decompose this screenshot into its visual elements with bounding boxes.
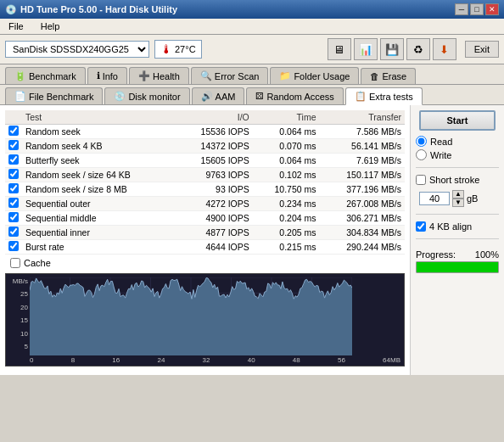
tab-file-benchmark[interactable]: 📄 File Benchmark <box>5 87 103 104</box>
title-bar-controls: ─ □ ✕ <box>455 3 499 15</box>
tabs-row1: 🔋 Benchmark ℹ Info ➕ Health 🔍 Error Scan… <box>0 64 504 85</box>
cell-transfer-7: 304.834 MB/s <box>320 226 406 240</box>
start-button[interactable]: Start <box>419 110 496 131</box>
title-bar: 💿 HD Tune Pro 5.00 - Hard Disk Utility ─… <box>0 0 504 19</box>
tab-disk-monitor[interactable]: 💿 Disk monitor <box>104 87 189 104</box>
cell-transfer-8: 290.244 MB/s <box>320 240 406 255</box>
cell-transfer-3: 150.117 MB/s <box>320 168 406 182</box>
table-row: Random seek / size 64 KB 9763 IOPS 0.102… <box>5 168 405 182</box>
x-label-32: 32 <box>203 356 210 364</box>
progress-section: Progress: 100% <box>416 249 499 273</box>
progress-label-row: Progress: 100% <box>416 249 499 260</box>
y-label-5: 5 <box>25 343 28 350</box>
cell-transfer-0: 7.586 MB/s <box>320 125 406 139</box>
cell-io-5: 4272 IOPS <box>176 197 253 211</box>
close-button[interactable]: ✕ <box>485 3 499 15</box>
spin-down-button[interactable]: ▼ <box>452 199 464 207</box>
cell-test-4: Random seek / size 8 MB <box>22 182 176 197</box>
tab-info[interactable]: ℹ Info <box>87 67 127 84</box>
window-title: HD Tune Pro 5.00 - Hard Disk Utility <box>20 4 177 14</box>
tab-folder-usage[interactable]: 📁 Folder Usage <box>270 67 359 84</box>
write-radio[interactable] <box>416 149 427 160</box>
table-row: Random seek 15536 IOPS 0.064 ms 7.586 MB… <box>5 125 405 139</box>
row-checkbox-6[interactable] <box>8 212 19 222</box>
kb-align-label: 4 KB align <box>429 221 472 232</box>
cell-test-3: Random seek / size 64 KB <box>22 168 176 182</box>
cell-time-2: 0.064 ms <box>253 154 320 168</box>
cell-test-8: Burst rate <box>22 240 176 255</box>
table-row: Random seek 4 KB 14372 IOPS 0.070 ms 56.… <box>5 139 405 154</box>
row-checkbox-8[interactable] <box>8 241 19 251</box>
table-row: Butterfly seek 15605 IOPS 0.064 ms 7.619… <box>5 154 405 168</box>
short-stroke-checkbox[interactable] <box>416 175 426 185</box>
drive-select[interactable]: SanDisk SDSSDX240GG25 (240 gB) <box>5 41 149 58</box>
cell-test-6: Sequential middle <box>22 211 176 226</box>
spin-up-button[interactable]: ▲ <box>452 190 464 199</box>
row-checkbox-2[interactable] <box>8 154 19 165</box>
cache-checkbox[interactable] <box>10 258 20 268</box>
x-label-40: 40 <box>248 356 255 364</box>
tab-random-access[interactable]: ⚄ Random Access <box>246 87 343 104</box>
exit-button[interactable]: Exit <box>465 41 499 58</box>
cell-io-1: 14372 IOPS <box>176 139 253 154</box>
kb-align-checkbox[interactable] <box>416 221 426 232</box>
benchmark-icon: 🔋 <box>14 70 26 81</box>
cell-transfer-2: 7.619 MB/s <box>320 154 406 168</box>
read-radio[interactable] <box>416 136 427 147</box>
cell-test-2: Butterfly seek <box>22 154 176 168</box>
minimize-button[interactable]: ─ <box>455 3 468 15</box>
tab-aam[interactable]: 🔊 AAM <box>192 87 245 104</box>
disk-monitor-icon: 💿 <box>114 91 126 102</box>
toolbar-btn-2[interactable]: 📊 <box>354 38 378 60</box>
cell-test-7: Sequential inner <box>22 226 176 240</box>
col-time: Time <box>253 110 320 125</box>
tab-extra-tests[interactable]: 📋 Extra tests <box>345 87 423 105</box>
row-checkbox-7[interactable] <box>8 227 19 237</box>
row-checkbox-1[interactable] <box>8 140 19 150</box>
col-io: I/O <box>176 110 253 125</box>
table-row: Random seek / size 8 MB 93 IOPS 10.750 m… <box>5 182 405 197</box>
write-label: Write <box>430 150 451 160</box>
gb-spinbox[interactable] <box>419 192 450 205</box>
menu-file[interactable]: File <box>5 20 27 32</box>
col-test: Test <box>22 110 176 125</box>
left-panel: Test I/O Time Transfer Random seek 15536… <box>0 105 411 375</box>
y-axis-labels: MB/s 25 20 15 10 5 <box>8 277 28 350</box>
erase-icon: 🗑 <box>370 71 379 81</box>
row-checkbox-0[interactable] <box>8 126 19 136</box>
x-label-64mb: 64MB <box>383 356 400 364</box>
folder-icon: 📁 <box>279 70 291 81</box>
tab-health[interactable]: ➕ Health <box>129 67 189 84</box>
tab-benchmark[interactable]: 🔋 Benchmark <box>5 67 86 84</box>
toolbar-btn-5[interactable]: ⬇ <box>433 38 456 60</box>
table-row: Burst rate 4644 IOPS 0.215 ms 290.244 MB… <box>5 240 405 255</box>
cell-transfer-5: 267.008 MB/s <box>320 197 406 211</box>
progress-text: Progress: <box>416 249 456 260</box>
cell-time-0: 0.064 ms <box>253 125 320 139</box>
maximize-button[interactable]: □ <box>470 3 484 15</box>
x-axis-labels: 0 8 16 24 32 40 48 56 64MB <box>30 356 400 364</box>
row-checkbox-4[interactable] <box>8 183 19 193</box>
cell-transfer-4: 377.196 MB/s <box>320 182 406 197</box>
cell-io-7: 4877 IOPS <box>176 226 253 240</box>
row-checkbox-3[interactable] <box>8 169 19 179</box>
toolbar-btn-3[interactable]: 💾 <box>380 38 404 60</box>
table-row: Sequential inner 4877 IOPS 0.205 ms 304.… <box>5 226 405 240</box>
cell-time-3: 0.102 ms <box>253 168 320 182</box>
toolbar-btn-1[interactable]: 🖥 <box>328 38 351 60</box>
x-label-48: 48 <box>293 356 300 364</box>
divider-3 <box>416 238 499 239</box>
progress-bar-outer <box>416 261 499 273</box>
toolbar-btn-4[interactable]: ♻ <box>406 38 430 60</box>
read-write-options: Read Write <box>416 136 499 160</box>
menu-help[interactable]: Help <box>37 20 64 32</box>
gb-label: gB <box>467 193 478 204</box>
tab-erase[interactable]: 🗑 Erase <box>361 68 416 84</box>
cell-io-0: 15536 IOPS <box>176 125 253 139</box>
cell-io-8: 4644 IOPS <box>176 240 253 255</box>
tab-error-scan[interactable]: 🔍 Error Scan <box>191 67 269 84</box>
progress-value: 100% <box>475 249 499 260</box>
row-checkbox-5[interactable] <box>8 198 19 208</box>
file-benchmark-icon: 📄 <box>14 91 26 102</box>
health-icon: ➕ <box>138 70 150 81</box>
